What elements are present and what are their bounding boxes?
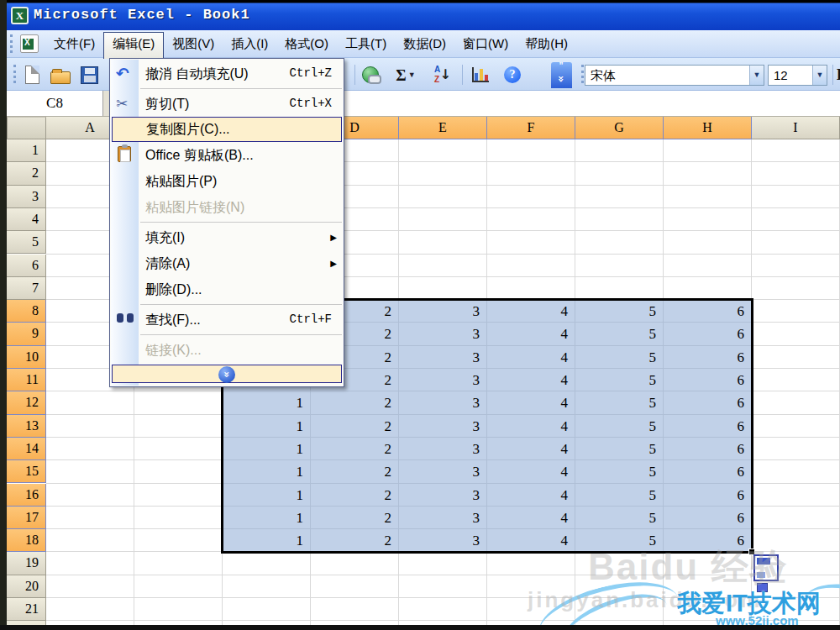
toolbar-options-dots: ”: [551, 62, 572, 71]
menu-item-链接(K): 链接(K)...: [110, 337, 344, 363]
select-all-corner[interactable]: [7, 117, 46, 139]
toolbar-separator: [462, 65, 463, 85]
row-header-16[interactable]: 16: [7, 484, 46, 507]
menu-item-填充(I)[interactable]: 填充(I)▶: [110, 224, 344, 250]
menu-item-删除(D)[interactable]: 删除(D)...: [110, 276, 344, 302]
column-header-I[interactable]: I: [752, 117, 840, 139]
row-header-12[interactable]: 12: [7, 391, 46, 414]
save-icon: [81, 66, 98, 84]
menu-数据(D)[interactable]: 数据(D): [395, 33, 454, 55]
excel-icon: X: [11, 7, 29, 24]
font-size-value: 12: [774, 68, 788, 82]
font-name-combobox[interactable]: 宋体 ▼: [585, 65, 764, 86]
column-header-F[interactable]: F: [487, 117, 575, 139]
row-header-5[interactable]: 5: [7, 231, 46, 254]
menu-shortcut: Ctrl+F: [290, 307, 332, 333]
menu-shortcut: Ctrl+Z: [290, 60, 332, 87]
row-header-8[interactable]: 8: [7, 300, 46, 323]
toolbar-separator: [354, 65, 355, 85]
row-header-4[interactable]: 4: [7, 208, 46, 231]
row-header-21[interactable]: 21: [7, 598, 46, 621]
screen-bottom-edge: [0, 625, 840, 630]
menu-shortcut: Ctrl+X: [290, 91, 332, 117]
new-document-button[interactable]: [20, 63, 44, 87]
menu-item-清除(A)[interactable]: 清除(A)▶: [110, 250, 344, 276]
row-header-17[interactable]: 17: [7, 507, 46, 529]
row-header-19[interactable]: 19: [7, 552, 46, 575]
edit-dropdown-menu: ↶撤消 自动填充(U)Ctrl+Z✂剪切(T)Ctrl+X复制图片(C)...O…: [109, 58, 344, 387]
font-dropdown-icon[interactable]: ▼: [749, 66, 764, 85]
row-header-9[interactable]: 9: [7, 323, 46, 345]
menu-item-查找(F)[interactable]: 查找(F)...Ctrl+F: [110, 307, 344, 333]
column-header-E[interactable]: E: [399, 117, 487, 139]
autosum-button[interactable]: Σ ▼: [389, 63, 423, 87]
row-header-18[interactable]: 18: [7, 529, 46, 552]
name-box[interactable]: C8: [7, 91, 103, 116]
help-icon: ?: [504, 66, 521, 83]
row-header-11[interactable]: 11: [7, 369, 46, 391]
menu-separator: [140, 334, 342, 335]
excel-window: X Microsoft Excel - Book1 文件(F)编辑(E)视图(V…: [0, 0, 840, 630]
row-header-15[interactable]: 15: [7, 460, 46, 483]
toolbar-grip[interactable]: [13, 65, 18, 83]
menu-工具(T)[interactable]: 工具(T): [337, 33, 395, 55]
chevron-double-down-icon: »: [558, 76, 566, 82]
window-title: Microsoft Excel - Book1: [34, 6, 250, 24]
row-header-7[interactable]: 7: [7, 277, 46, 300]
toolbar-grip[interactable]: [10, 34, 15, 53]
font-size-combobox[interactable]: 12 ▼: [768, 65, 827, 86]
column-header-G[interactable]: G: [575, 117, 664, 139]
menu-item-Office 剪贴板(B)[interactable]: Office 剪贴板(B)...: [110, 142, 344, 168]
menu-bar: 文件(F)编辑(E)视图(V)插入(I)格式(O)工具(T)数据(D)窗口(W)…: [7, 30, 840, 58]
menu-格式(O)[interactable]: 格式(O): [276, 33, 337, 55]
row-header-2[interactable]: 2: [7, 162, 46, 185]
row-header-3[interactable]: 3: [7, 186, 46, 208]
open-folder-icon: [50, 71, 71, 84]
row-header-20[interactable]: 20: [7, 575, 46, 598]
new-document-icon: [25, 66, 39, 84]
menu-item-剪切(T)[interactable]: ✂剪切(T)Ctrl+X: [110, 91, 344, 117]
autosum-icon: Σ: [396, 67, 406, 83]
menu-item-粘贴图片链接(N): 粘贴图片链接(N): [110, 194, 344, 220]
menu-item-撤消 自动填充(U)[interactable]: ↶撤消 自动填充(U)Ctrl+Z: [110, 60, 344, 87]
menu-文件(F)[interactable]: 文件(F): [45, 33, 103, 55]
sort-descending-icon: A Z ↓: [433, 65, 452, 85]
row-header-13[interactable]: 13: [7, 415, 46, 438]
menu-窗口(W)[interactable]: 窗口(W): [454, 33, 517, 55]
chart-wizard-button[interactable]: [469, 63, 492, 87]
row-header-10[interactable]: 10: [7, 346, 46, 369]
bold-button[interactable]: B: [837, 66, 840, 84]
screen-left-edge: [0, 0, 7, 630]
toolbar-options-button[interactable]: ” »: [551, 62, 572, 88]
autosum-dropdown-icon[interactable]: ▼: [408, 71, 416, 79]
site-watermark: 我爱IT技术网: [677, 591, 821, 616]
menu-item-复制图片(C)[interactable]: 复制图片(C)...: [112, 117, 342, 142]
baidu-watermark: Baidu 经验: [588, 548, 788, 586]
menu-separator: [140, 88, 342, 89]
row-header-1[interactable]: 1: [7, 139, 46, 162]
workbook-icon: [20, 34, 39, 53]
hyperlink-button[interactable]: [359, 63, 382, 87]
help-button[interactable]: ?: [501, 63, 524, 87]
open-button[interactable]: [49, 63, 72, 87]
menu-item-粘贴图片(P)[interactable]: 粘贴图片(P): [110, 168, 344, 194]
menu-separator: [140, 222, 342, 223]
menu-expand-button[interactable]: »: [112, 365, 342, 383]
sort-descending-button[interactable]: A Z ↓: [431, 63, 454, 87]
column-header-H[interactable]: H: [664, 117, 752, 139]
hyperlink-icon: [362, 66, 379, 83]
menu-插入(I)[interactable]: 插入(I): [223, 33, 276, 55]
font-name-value: 宋体: [591, 68, 616, 84]
menu-separator: [140, 304, 342, 305]
row-header-14[interactable]: 14: [7, 438, 46, 460]
menu-视图(V)[interactable]: 视图(V): [164, 33, 223, 55]
font-size-dropdown-icon[interactable]: ▼: [812, 66, 827, 85]
save-button[interactable]: [77, 63, 101, 87]
undo-icon: ↶: [116, 64, 134, 82]
menu-编辑(E)[interactable]: 编辑(E): [103, 32, 164, 59]
scissors-icon: ✂: [116, 94, 134, 113]
row-header-6[interactable]: 6: [7, 255, 46, 277]
submenu-arrow-icon: ▶: [330, 250, 337, 276]
menu-帮助(H)[interactable]: 帮助(H): [517, 33, 576, 55]
submenu-arrow-icon: ▶: [330, 224, 337, 250]
